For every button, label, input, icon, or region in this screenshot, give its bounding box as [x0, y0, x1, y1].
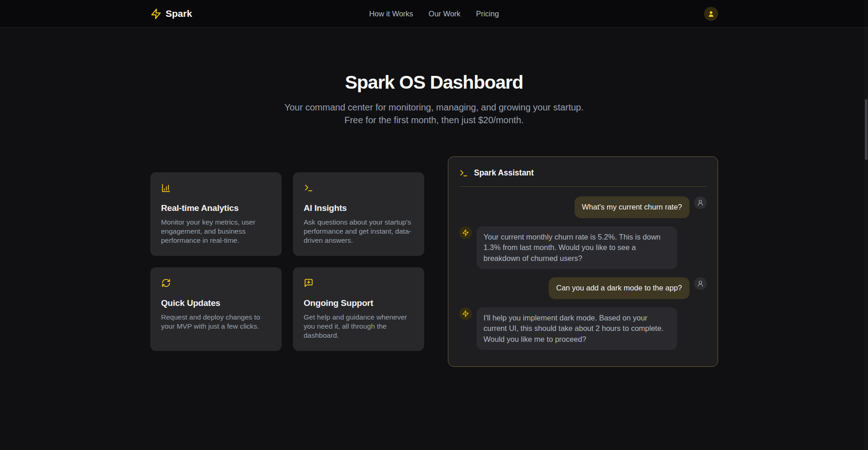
assistant-avatar	[459, 307, 472, 320]
feature-description: Get help and guidance whenever you need …	[304, 313, 413, 340]
nav-links: How it Works Our Work Pricing	[369, 10, 499, 18]
feature-title: Ongoing Support	[304, 298, 413, 308]
nav-link-how-it-works[interactable]: How it Works	[369, 10, 413, 18]
terminal-icon	[304, 183, 413, 193]
page-scrollbar	[864, 0, 868, 450]
user-icon	[697, 280, 704, 287]
chat-message-user: Can you add a dark mode to the app?	[459, 277, 707, 299]
feature-card-realtime-analytics: Real-time Analytics Monitor your key met…	[150, 172, 282, 256]
nav-link-pricing[interactable]: Pricing	[476, 10, 499, 18]
user-icon	[697, 199, 704, 206]
assistant-avatar	[459, 226, 472, 239]
feature-description: Monitor your key metrics, user engagemen…	[161, 218, 271, 245]
feature-card-ai-insights: AI Insights Ask questions about your sta…	[293, 172, 424, 256]
top-nav: Spark How it Works Our Work Pricing	[0, 0, 868, 28]
features-grid: Real-time Analytics Monitor your key met…	[150, 172, 424, 351]
feature-description: Request and deploy changes to your MVP w…	[161, 313, 271, 331]
feature-card-quick-updates: Quick Updates Request and deploy changes…	[150, 267, 282, 351]
main-content: Real-time Analytics Monitor your key met…	[150, 156, 718, 367]
user-avatar	[694, 196, 707, 209]
chat-header: Spark Assistant	[448, 157, 718, 186]
chat-bubble: What's my current churn rate?	[575, 196, 689, 218]
feature-title: Real-time Analytics	[161, 203, 271, 213]
nav-inner: Spark How it Works Our Work Pricing	[150, 0, 718, 27]
hero-section: Spark OS Dashboard Your command center f…	[0, 72, 868, 126]
feature-title: AI Insights	[304, 203, 413, 213]
chat-title: Spark Assistant	[474, 168, 534, 178]
terminal-icon	[459, 169, 468, 178]
user-avatar	[694, 277, 707, 290]
feature-card-ongoing-support: Ongoing Support Get help and guidance wh…	[293, 267, 424, 351]
zap-icon	[462, 310, 469, 317]
chat-bubble: Your current monthly churn rate is 5.2%.…	[476, 226, 677, 270]
nav-right	[499, 7, 718, 21]
spark-assistant-panel: Spark Assistant What's my current churn …	[448, 156, 718, 367]
chat-messages: What's my current churn rate? Your curre…	[448, 187, 718, 366]
chart-column-icon	[161, 183, 271, 193]
scrollbar-thumb[interactable]	[865, 99, 868, 160]
feature-title: Quick Updates	[161, 298, 271, 308]
chat-bubble: I'll help you implement dark mode. Based…	[476, 307, 677, 350]
brand-logo[interactable]: Spark	[150, 8, 369, 20]
account-avatar-button[interactable]	[704, 7, 718, 21]
zap-icon	[150, 8, 162, 20]
chat-bubble: Can you add a dark mode to the app?	[549, 277, 689, 299]
feature-description: Ask questions about your startup's perfo…	[304, 218, 413, 245]
chat-message-assistant: I'll help you implement dark mode. Based…	[459, 307, 707, 350]
chat-message-assistant: Your current monthly churn rate is 5.2%.…	[459, 226, 707, 270]
page-subtitle: Your command center for monitoring, mana…	[280, 101, 588, 126]
refresh-icon	[161, 278, 271, 288]
chat-message-user: What's my current churn rate?	[459, 196, 707, 218]
user-icon	[707, 10, 715, 18]
message-square-plus-icon	[304, 278, 413, 288]
nav-link-our-work[interactable]: Our Work	[429, 10, 461, 18]
page-title: Spark OS Dashboard	[0, 72, 868, 93]
brand-name: Spark	[166, 8, 192, 19]
zap-icon	[462, 229, 469, 236]
